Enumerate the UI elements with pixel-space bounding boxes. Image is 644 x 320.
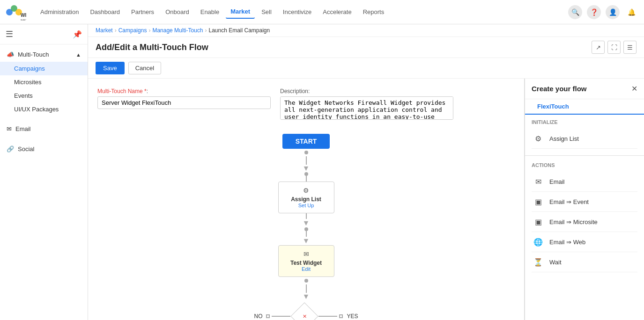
sidebar-item-email[interactable]: ✉ Email — [0, 122, 88, 136]
sidebar-item-ui-ux[interactable]: UI/UX Packages — [0, 102, 88, 116]
connector-line-1 — [306, 156, 307, 165]
action-email-web-label: Email ⇒ Web — [549, 239, 585, 246]
nav-link-partners[interactable]: Partners — [126, 6, 159, 18]
test-widget-icon: ✉ — [287, 250, 326, 258]
initialize-label: Initialize — [532, 119, 637, 125]
cancel-button[interactable]: Cancel — [128, 62, 161, 74]
nav-link-dashboard[interactable]: Dashboard — [85, 6, 125, 18]
multi-touch-section: 📣 Multi-Touch ▲ Campaigns Microsites Eve… — [0, 44, 88, 119]
nav-link-incentivize[interactable]: Incentivize — [278, 6, 316, 18]
nav-link-market[interactable]: Market — [226, 5, 255, 19]
test-widget-node[interactable]: ✉ Test Widget Edit — [278, 245, 334, 277]
social-label: Social — [18, 145, 34, 153]
toolbar: Save Cancel — [88, 58, 644, 79]
action-email-microsite-label: Email ⇒ Microsite — [549, 218, 598, 225]
start-button[interactable]: START — [282, 134, 330, 149]
header-actions: ↗ ⛶ ☰ — [592, 41, 637, 54]
action-email-web-icon: 🌐 — [532, 235, 545, 248]
fullscreen-icon-btn[interactable]: ⛶ — [607, 41, 621, 54]
form-row: Multi-Touch Name *: Description: The Wid… — [97, 88, 515, 120]
sidebar-item-microsites[interactable]: Microsites — [0, 75, 88, 89]
search-icon-btn[interactable]: 🔍 — [568, 5, 582, 19]
expand-icon-btn[interactable]: ↗ — [592, 41, 605, 54]
help-icon-btn[interactable]: ❓ — [587, 5, 601, 19]
desc-textarea[interactable]: The Widget Networks Firewall Widget prov… — [280, 96, 453, 120]
nav-link-onboard[interactable]: Onboard — [161, 6, 194, 18]
flow-area: Multi-Touch Name *: Description: The Wid… — [88, 79, 525, 320]
sidebar-top: ☰ 📌 — [0, 24, 88, 44]
no-label: NO — [254, 313, 262, 320]
multi-touch-label: Multi-Touch — [18, 51, 49, 58]
breadcrumb-sep-1: › — [115, 27, 117, 34]
action-email-event-label: Email ⇒ Event — [549, 198, 589, 205]
svg-text:NETWORKS: NETWORKS — [21, 18, 26, 21]
email-section: ✉ Email — [0, 119, 88, 139]
assign-list-icon: ⚙ — [287, 187, 326, 194]
action-item-email-event[interactable]: ▣ Email ⇒ Event — [532, 192, 637, 212]
desc-field: Description: The Widget Networks Firewal… — [280, 88, 453, 120]
assign-list-panel-icon: ⚙ — [532, 132, 545, 145]
nav-link-administration[interactable]: Administration — [36, 6, 83, 18]
action-email-event-icon: ▣ — [532, 195, 545, 208]
action-email-icon: ✉ — [532, 175, 545, 188]
assign-list-panel-item[interactable]: ⚙ Assign List — [532, 129, 637, 149]
flow-inner: Multi-Touch Name *: Description: The Wid… — [88, 79, 524, 320]
connector-dot-1 — [304, 151, 308, 154]
name-field: Multi-Touch Name *: — [97, 88, 271, 109]
actions-section: Actions ✉ Email ▣ Email ⇒ Event ▣ Email … — [525, 158, 644, 277]
action-item-email-microsite[interactable]: ▣ Email ⇒ Microsite — [532, 212, 637, 232]
chevron-up-icon: ▲ — [76, 52, 81, 58]
logo[interactable]: WIDGET NETWORKS — [6, 4, 26, 21]
actions-label: Actions — [532, 162, 637, 168]
pin-icon[interactable]: 📌 — [73, 30, 82, 39]
right-panel-header: Create your flow ✕ — [525, 79, 644, 99]
name-input[interactable] — [97, 96, 271, 109]
bell-icon-btn[interactable]: 🔔 — [624, 5, 638, 19]
breadcrumb-market[interactable]: Market — [96, 27, 113, 34]
nav-icons: 🔍 ❓ 👤 🔔 — [568, 5, 638, 19]
nav-link-reports[interactable]: Reports — [358, 6, 389, 18]
hamburger-icon[interactable]: ☰ — [6, 29, 13, 39]
sidebar-item-multi-touch[interactable]: 📣 Multi-Touch ▲ — [0, 47, 88, 62]
test-widget-link[interactable]: Edit — [287, 266, 326, 272]
nav-link-sell[interactable]: Sell — [257, 6, 276, 18]
sidebar-item-social[interactable]: 🔗 Social — [0, 142, 88, 156]
social-section: 🔗 Social — [0, 139, 88, 159]
svg-text:WIDGET: WIDGET — [21, 13, 26, 18]
breadcrumb-manage[interactable]: Manage Multi-Touch — [152, 27, 203, 34]
layout: ☰ 📌 📣 Multi-Touch ▲ Campaigns Microsites… — [0, 24, 644, 320]
megaphone-icon: 📣 — [7, 51, 14, 58]
save-button[interactable]: Save — [96, 62, 125, 74]
action-item-wait[interactable]: ⏳ Wait — [532, 252, 637, 272]
connector-line-2 — [306, 284, 307, 293]
nav-links: AdministrationDashboardPartnersOnboardEn… — [36, 5, 568, 19]
breadcrumb-sep-2: › — [148, 27, 150, 34]
breadcrumb-current: Launch Email Campaign — [208, 27, 270, 34]
tab-flexi-touch[interactable]: FlexiTouch — [532, 99, 575, 115]
nav-link-accelerate[interactable]: Accelerate — [318, 6, 356, 18]
right-panel: Create your flow ✕ FlexiTouch Initialize… — [525, 79, 644, 320]
initialize-section: Initialize ⚙ Assign List — [525, 115, 644, 153]
sidebar-item-events[interactable]: Events — [0, 89, 88, 102]
page-header: Add/Edit a Multi-Touch Flow ↗ ⛶ ☰ — [88, 37, 644, 58]
assign-list-link[interactable]: Set Up — [287, 203, 326, 208]
nav-link-enable[interactable]: Enable — [196, 6, 224, 18]
social-icon: 🔗 — [7, 145, 14, 153]
sidebar-item-campaigns[interactable]: Campaigns — [0, 62, 88, 75]
connector-2: ▼ — [303, 277, 310, 300]
email-label: Email — [15, 125, 31, 132]
settings-icon-btn[interactable]: ☰ — [623, 41, 637, 54]
main-content: Market › Campaigns › Manage Multi-Touch … — [88, 24, 644, 320]
connector-arrow-2: ▼ — [303, 293, 310, 300]
right-panel-close-button[interactable]: ✕ — [631, 84, 637, 93]
tabs-row: FlexiTouch — [525, 99, 644, 115]
action-item-email-web[interactable]: 🌐 Email ⇒ Web — [532, 232, 637, 252]
breadcrumb-campaigns[interactable]: Campaigns — [118, 27, 147, 34]
user-icon-btn[interactable]: 👤 — [606, 5, 620, 19]
action-item-email[interactable]: ✉ Email — [532, 172, 637, 192]
assign-list-node[interactable]: ⚙ Assign List Set Up — [278, 182, 334, 213]
right-panel-title: Create your flow — [532, 85, 587, 93]
name-label: Multi-Touch Name *: — [97, 88, 271, 95]
page-title: Add/Edit a Multi-Touch Flow — [96, 43, 208, 52]
yes-label: YES — [347, 313, 358, 320]
